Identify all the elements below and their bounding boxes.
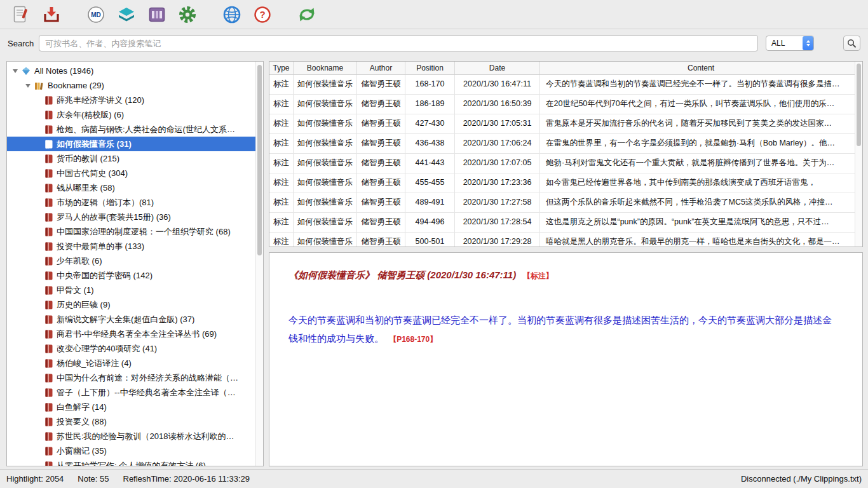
tree-item-book[interactable]: 薛兆丰经济学讲义 (120) — [7, 93, 263, 107]
cell-bookname: 如何假装懂音乐 — [294, 193, 357, 212]
tree-item-book[interactable]: 枪炮、病菌与钢铁:人类社会的命运(世纪人文系… — [7, 122, 263, 137]
tree-item-book[interactable]: 甲骨文 (1) — [7, 283, 263, 297]
tree-item-book[interactable]: 投资要义 (88) — [7, 414, 263, 429]
note-row[interactable]: 标注 如何假装懂音乐 储智勇王硕 441-443 2020/1/30 17:07… — [269, 154, 862, 173]
cell-author: 储智勇王硕 — [357, 173, 405, 193]
book-icon — [45, 344, 53, 353]
tree-item-book[interactable]: 管子（上下册）--中华经典名著全本全注全译（… — [7, 385, 263, 400]
book-label: 小窗幽记 (35) — [57, 445, 107, 457]
book-icon — [45, 140, 53, 149]
cell-date: 2020/1/30 17:23:36 — [455, 173, 540, 193]
column-header[interactable]: Author — [357, 62, 405, 74]
note-row[interactable]: 标注 如何假装懂音乐 储智勇王硕 436-438 2020/1/30 17:06… — [269, 134, 862, 154]
book-label: 如何假装懂音乐 (31) — [57, 139, 132, 150]
disclosure-triangle-icon[interactable] — [25, 84, 31, 88]
column-header[interactable]: Type — [269, 62, 294, 74]
table-scrollbar[interactable] — [855, 62, 862, 247]
tree-item-book[interactable]: 商君书-中华经典名著全本全注全译丛书 (69) — [7, 327, 263, 341]
search-button[interactable] — [843, 36, 860, 51]
tree-item-book[interactable]: 投资中最简单的事 (133) — [7, 239, 263, 254]
column-header[interactable]: Date — [455, 62, 540, 74]
cell-bookname: 如何假装懂音乐 — [294, 154, 357, 173]
tree-item-book[interactable]: 白鱼解字 (14) — [7, 400, 263, 414]
globe-icon[interactable] — [221, 4, 243, 25]
book-icon — [45, 213, 53, 222]
book-icon — [45, 242, 53, 251]
note-row[interactable]: 标注 如何假装懂音乐 储智勇王硕 455-455 2020/1/30 17:23… — [269, 173, 862, 193]
book-label: 白鱼解字 (14) — [57, 402, 107, 413]
refresh-icon[interactable] — [296, 4, 318, 25]
tree-item-book[interactable]: 货币的教训 (215) — [7, 151, 263, 166]
tree-item-book[interactable]: 历史的巨镜 (9) — [7, 297, 263, 312]
settings-gear-icon[interactable] — [177, 4, 198, 25]
tree-item-book[interactable]: 中央帝国的哲学密码 (142) — [7, 268, 263, 283]
svg-text:?: ? — [259, 9, 265, 20]
tree-item-book[interactable]: 从零开始学写作: 个人增值的有效方法 (6) — [7, 458, 263, 466]
cell-content: 在雷鬼的世界里，有一个名字是必须提到的，就是鲍勃·马利（Bob Marley）。… — [540, 134, 862, 153]
search-input[interactable] — [39, 35, 758, 51]
cell-bookname: 如何假装懂音乐 — [294, 173, 357, 193]
cell-position: 186-189 — [405, 95, 455, 114]
sidebar-scrollbar-thumb[interactable] — [257, 65, 262, 255]
cell-bookname: 如何假装懂音乐 — [294, 75, 357, 94]
tree-item-book[interactable]: 中国为什么有前途：对外经济关系的战略潜能（… — [7, 370, 263, 385]
tree-item-book[interactable]: 市场的逻辑（增订本）(81) — [7, 195, 263, 210]
tree-item-book[interactable]: 罗马人的故事(套装共15册) (36) — [7, 210, 263, 224]
note-row[interactable]: 标注 如何假装懂音乐 储智勇王硕 489-491 2020/1/30 17:27… — [269, 193, 862, 213]
cell-content: 雷鬼原本是牙买加流行音乐的代名词，随着牙买加移民到了英美之类的发达国家… — [540, 114, 862, 133]
note-row[interactable]: 标注 如何假装懂音乐 储智勇王硕 186-189 2020/1/30 16:50… — [269, 95, 862, 114]
notes-table-header: Type Bookname Author Position Date Conte… — [269, 62, 862, 75]
tree-item-book[interactable]: 杨伯峻_论语译注 (4) — [7, 356, 263, 370]
status-highlight-count: Hightlight: 2054 — [6, 474, 64, 484]
cell-content: 但这两个乐队的音乐听起来截然不同，性手枪沿袭了MC5这类乐队的风格，冲撞… — [540, 193, 862, 212]
table-scrollbar-thumb[interactable] — [857, 64, 861, 146]
sidebar-scrollbar[interactable] — [255, 62, 263, 466]
tree-item-book[interactable]: 中国国家治理的制度逻辑：一个组织学研究 (68) — [7, 224, 263, 239]
notes-icon[interactable] — [10, 4, 32, 25]
tree-item-all-notes[interactable]: All Notes (1946) — [7, 64, 263, 78]
tree-item-bookname[interactable]: Bookname (29) — [7, 78, 263, 93]
book-label: 从零开始学写作: 个人增值的有效方法 (6) — [57, 460, 206, 467]
note-row[interactable]: 标注 如何假装懂音乐 储智勇王硕 494-496 2020/1/30 17:28… — [269, 213, 862, 233]
book-icon — [45, 169, 53, 178]
cell-date: 2020/1/30 17:28:54 — [455, 213, 540, 232]
library-icon[interactable] — [146, 4, 168, 25]
tree-item-book[interactable]: 中国古代简史 (304) — [7, 166, 263, 180]
book-icon — [45, 432, 53, 441]
md-export-icon[interactable]: MD — [85, 4, 107, 25]
cell-author: 储智勇王硕 — [357, 75, 405, 94]
tree-item-book[interactable]: 如何假装懂音乐 (31) — [7, 137, 263, 151]
cell-author: 储智勇王硕 — [357, 233, 405, 247]
tree-item-book[interactable]: 钱从哪里来 (58) — [7, 180, 263, 195]
book-label: 少年凯歌 (6) — [57, 255, 102, 267]
column-header[interactable]: Content — [540, 62, 862, 74]
import-icon[interactable] — [41, 4, 62, 25]
cell-date: 2020/1/30 16:50:39 — [455, 95, 540, 114]
book-icon — [45, 96, 53, 105]
tree-item-book[interactable]: 少年凯歌 (6) — [7, 254, 263, 268]
cell-position: 500-501 — [405, 233, 455, 247]
tree-item-book[interactable]: 改变心理学的40项研究 (41) — [7, 341, 263, 356]
tree-item-book[interactable]: 庆余年(精校版) (6) — [7, 107, 263, 122]
status-note-count: Note: 55 — [78, 474, 109, 484]
column-header[interactable]: Bookname — [294, 62, 357, 74]
filter-dropdown[interactable]: ALL — [766, 36, 814, 51]
book-icon — [45, 125, 53, 134]
book-label: 新编说文解字大全集(超值白金版) (37) — [57, 314, 194, 325]
note-row[interactable]: 标注 如何假装懂音乐 储智勇王硕 427-430 2020/1/30 17:05… — [269, 114, 862, 134]
detail-type-tag: 【标注】 — [523, 271, 553, 280]
column-header[interactable]: Position — [405, 62, 455, 74]
main-area: All Notes (1946) Bookname (29) — [6, 61, 863, 466]
cell-position: 427-430 — [405, 114, 455, 133]
note-row[interactable]: 标注 如何假装懂音乐 储智勇王硕 168-170 2020/1/30 16:47… — [269, 75, 862, 95]
layers-icon[interactable] — [116, 4, 137, 25]
disclosure-triangle-icon[interactable] — [13, 69, 18, 73]
right-column: Type Bookname Author Position Date Conte… — [269, 61, 863, 466]
cell-type: 标注 — [269, 173, 294, 193]
help-icon[interactable]: ? — [252, 4, 273, 25]
note-row[interactable]: 标注 如何假装懂音乐 储智勇王硕 500-501 2020/1/30 17:29… — [269, 233, 862, 247]
tree-item-book[interactable]: 苏世民:我的经验与教训（2018读桥水达利欧的… — [7, 429, 263, 444]
cell-position: 489-491 — [405, 193, 455, 212]
tree-item-book[interactable]: 小窗幽记 (35) — [7, 444, 263, 458]
tree-item-book[interactable]: 新编说文解字大全集(超值白金版) (37) — [7, 312, 263, 327]
